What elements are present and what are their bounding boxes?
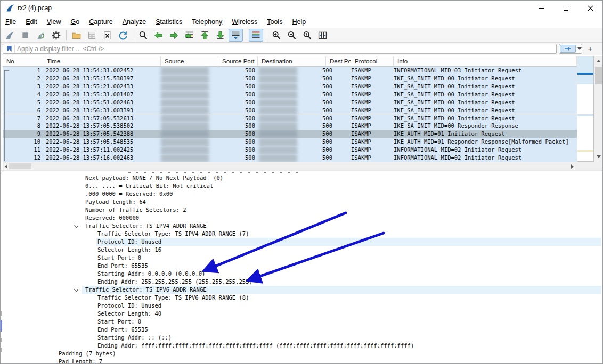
packet-dest-port: 500 — [322, 75, 332, 82]
detail-line-text: Number of Traffic Selectors: 2 — [85, 206, 186, 214]
detail-line[interactable]: Ending Addr: 255.255.255.255 (255.255.25… — [3, 278, 602, 286]
detail-line-text: Pad Length: 7 — [59, 358, 102, 364]
filter-bookmark-button[interactable] — [4, 45, 15, 53]
detail-line[interactable]: Traffic Selector Type: TS_IPV4_ADDR_RANG… — [3, 230, 602, 238]
packet-row-4[interactable]: 42022-06-28 13:55:31.001407500500ISAKMPI… — [3, 90, 577, 98]
packet-row-7[interactable]: 72022-06-28 13:57:05.532613500500ISAKMPI… — [3, 114, 577, 122]
menu-item-tools[interactable]: Tools — [262, 15, 287, 28]
scroll-left-arrow-icon[interactable] — [5, 164, 7, 169]
scroll-down-arrow-icon[interactable] — [597, 155, 601, 158]
find-packet-button[interactable] — [136, 29, 150, 42]
menu-item-edit[interactable]: Edit — [21, 15, 42, 28]
detail-line[interactable]: Traffic Selector: TS_IPV4_ADDR_RANGE — [3, 222, 602, 230]
restart-capture-button[interactable] — [34, 29, 48, 42]
packet-list-hscrollbar[interactable] — [3, 162, 577, 170]
vscroll-thumb[interactable] — [595, 67, 602, 84]
column-header-source[interactable]: Source — [161, 56, 218, 67]
maximize-button[interactable] — [553, 1, 578, 15]
detail-line[interactable]: Traffic Selector: TS_IPV6_ADDR_RANGE — [3, 286, 602, 294]
packet-row-3[interactable]: 32022-06-28 13:55:21.002433500500ISAKMPI… — [3, 82, 577, 90]
zoom-in-button[interactable] — [269, 29, 283, 42]
go-forward-button[interactable] — [167, 29, 181, 42]
intelligent-scrollbar[interactable] — [577, 56, 594, 162]
detail-line[interactable]: Next payload: NONE / No Next Payload (0) — [3, 174, 602, 182]
auto-scroll-button[interactable] — [229, 29, 243, 42]
menu-item-telephony[interactable]: Telephony — [187, 15, 227, 28]
packet-row-10[interactable]: 102022-06-28 13:57:05.548535500500ISAKMP… — [3, 138, 577, 146]
menu-item-file[interactable]: File — [1, 15, 21, 28]
menu-item-go[interactable]: Go — [66, 15, 85, 28]
display-filter-input[interactable] — [17, 44, 550, 53]
resize-columns-button[interactable] — [315, 29, 330, 42]
detail-line[interactable]: Payload length: 64 — [3, 198, 602, 206]
menu-item-help[interactable]: Help — [287, 15, 311, 28]
expand-chevron-icon[interactable] — [74, 287, 78, 292]
stop-capture-button[interactable] — [18, 29, 32, 42]
packet-list-vscrollbar[interactable] — [594, 56, 603, 162]
apply-filter-button[interactable] — [560, 45, 576, 53]
menu-item-capture[interactable]: Capture — [84, 15, 117, 28]
scroll-right-arrow-icon[interactable] — [571, 164, 574, 169]
packet-row-1[interactable]: 12022-06-28 13:54:31.002452500500ISAKMPI… — [3, 67, 577, 75]
menu-item-wireless[interactable]: Wireless — [227, 15, 262, 28]
menu-item-statistics[interactable]: Statistics — [151, 15, 187, 28]
start-capture-button[interactable] — [3, 29, 17, 42]
packet-info: INFORMATIONAL MID=02 Initiator Request — [394, 146, 521, 154]
detail-line[interactable]: Protocol ID: Unused — [3, 302, 602, 310]
add-filter-button[interactable]: + — [585, 44, 595, 54]
zoom-out-button[interactable] — [284, 29, 299, 42]
zoom-original-button[interactable] — [300, 29, 314, 42]
detail-line[interactable]: Protocol ID: Unused — [3, 238, 602, 246]
packet-row-2[interactable]: 22022-06-28 13:55:15.530397500500ISAKMPI… — [3, 75, 577, 82]
minimize-button[interactable] — [529, 1, 553, 15]
packet-row-6[interactable]: 62022-06-28 13:56:31.003393500500ISAKMPI… — [3, 106, 577, 114]
detail-line[interactable]: Padding (7 bytes) — [3, 350, 602, 358]
detail-line[interactable]: Reserved: 000000 — [3, 214, 602, 222]
detail-line[interactable]: Traffic Selector Type: TS_IPV6_ADDR_RANG… — [3, 294, 602, 302]
detail-line[interactable]: Selector Length: 16 — [3, 246, 602, 254]
column-header-protocol[interactable]: Protocol — [351, 56, 394, 67]
column-header-source-port[interactable]: Source Port — [218, 56, 258, 67]
colorize-packets-button[interactable] — [249, 29, 263, 42]
packet-row-8[interactable]: 82022-06-28 13:57:05.538502500500ISAKMPI… — [3, 122, 577, 130]
scroll-up-arrow-icon[interactable] — [597, 60, 601, 62]
capture-options-button[interactable] — [49, 29, 63, 42]
detail-line[interactable]: Ending Addr: ffff:ffff:ffff:ffff:ffff:ff… — [3, 342, 602, 350]
expand-chevron-icon[interactable] — [74, 224, 78, 228]
column-header-destination[interactable]: Destination — [258, 56, 326, 67]
reload-file-button[interactable] — [116, 29, 130, 42]
detail-line[interactable]: End Port: 65535 — [3, 262, 602, 270]
detail-line[interactable]: Starting Addr: :: (::) — [3, 334, 602, 342]
detail-line[interactable]: .000 0000 = Reserved: 0x00 — [3, 190, 602, 198]
packet-row-12[interactable]: 122022-06-28 13:57:16.002463500500ISAKMP… — [3, 154, 577, 162]
menu-item-analyze[interactable]: Analyze — [118, 15, 151, 28]
column-header-time[interactable]: Time — [43, 56, 161, 67]
go-back-button[interactable] — [151, 29, 166, 42]
go-to-packet-button[interactable] — [182, 29, 197, 42]
detail-line[interactable]: Starting Addr: 0.0.0.0 (0.0.0.0) — [3, 270, 602, 278]
hscroll-thumb[interactable] — [9, 163, 31, 169]
redacted-source-address — [161, 146, 209, 154]
packet-row-5[interactable]: 52022-06-28 13:55:51.002463500500ISAKMPI… — [3, 98, 577, 106]
detail-line[interactable]: Selector Length: 40 — [3, 310, 602, 318]
detail-line[interactable]: Number of Traffic Selectors: 2 — [3, 206, 602, 214]
column-header-dest-port[interactable]: Dest Port — [326, 56, 351, 67]
save-file-button[interactable] — [85, 29, 99, 42]
menu-item-view[interactable]: View — [42, 15, 66, 28]
detail-line[interactable]: Start Port: 0 — [3, 318, 602, 326]
close-file-button[interactable] — [100, 29, 115, 42]
go-first-packet-button[interactable] — [198, 29, 212, 42]
detail-line[interactable]: 0... .... = Critical Bit: Not critical — [3, 182, 602, 190]
open-file-button[interactable] — [69, 29, 84, 42]
packet-row-11[interactable]: 112022-06-28 13:57:11.002425500500ISAKMP… — [3, 146, 577, 154]
close-button[interactable] — [578, 1, 602, 15]
column-header-info[interactable]: Info — [394, 56, 577, 67]
go-last-packet-button[interactable] — [213, 29, 227, 42]
detail-line[interactable]: Start Port: 0 — [3, 254, 602, 262]
packet-dest-port: 500 — [322, 98, 332, 106]
filter-dropdown-caret[interactable] — [577, 47, 582, 50]
detail-line[interactable]: Pad Length: 7 — [3, 358, 602, 364]
detail-line[interactable]: End Port: 65535 — [3, 326, 602, 334]
column-header-no-[interactable]: No. — [3, 56, 43, 67]
packet-row-9[interactable]: 92022-06-28 13:57:05.542388500500ISAKMPI… — [3, 130, 577, 138]
